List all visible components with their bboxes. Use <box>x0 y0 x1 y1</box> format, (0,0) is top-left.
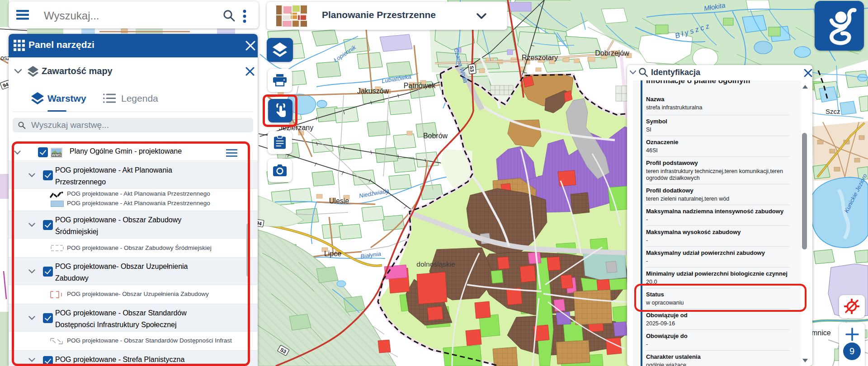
svg-text:S3: S3 <box>469 66 475 72</box>
svg-text:dolnośląskie: dolnośląskie <box>416 260 455 268</box>
svg-text:Jakuszów: Jakuszów <box>357 87 389 95</box>
svg-text:Lipce: Lipce <box>324 250 341 258</box>
svg-text:Dobrzejów: Dobrzejów <box>595 49 629 57</box>
svg-text:Bobrów: Bobrów <box>423 132 448 140</box>
svg-text:Pątnówek: Pątnówek <box>404 82 436 89</box>
svg-text:Ulesie: Ulesie <box>329 197 349 205</box>
svg-text:Rzeszotary: Rzeszotary <box>522 54 558 61</box>
svg-text:Szcz: Szcz <box>826 108 840 115</box>
